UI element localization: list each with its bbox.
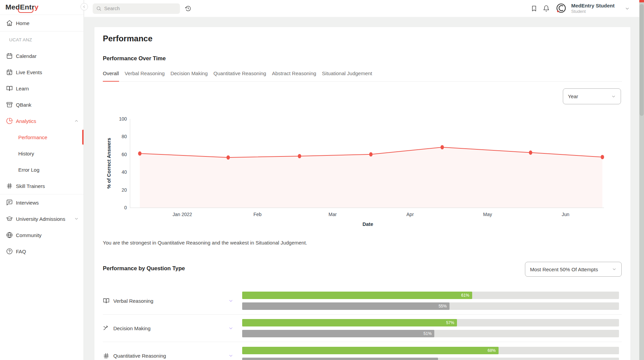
archive-icon: [6, 101, 13, 108]
expand-row-chevron-icon[interactable]: [228, 298, 233, 303]
insight-text: You are the strongest in Quantitative Re…: [103, 240, 307, 246]
topbar: MedEntry Student Student: [84, 0, 639, 17]
sidebar-item-performance[interactable]: Performance: [0, 129, 84, 145]
main-panel: Performance Performance Over Time Overal…: [94, 27, 630, 360]
chat-icon: [6, 199, 13, 206]
sidebar-collapse-button[interactable]: [80, 3, 88, 10]
question-type-label: Quantitative Reasoning: [113, 353, 166, 359]
search-input[interactable]: [104, 6, 172, 11]
vertical-scrollbar[interactable]: [639, 0, 644, 360]
sidebar-item-label: Calendar: [16, 53, 37, 59]
sidebar-item-label: FAQ: [16, 249, 26, 254]
sidebar-item-community[interactable]: Community: [0, 227, 84, 243]
svg-text:0: 0: [124, 205, 127, 210]
sidebar-item-interviews[interactable]: Interviews: [0, 194, 84, 211]
sidebar-item-analytics[interactable]: Analytics: [0, 113, 84, 129]
sidebar-item-home[interactable]: Home: [0, 15, 84, 31]
data-point[interactable]: [529, 150, 532, 155]
expand-row-chevron-icon[interactable]: [228, 353, 233, 358]
svg-text:Jan 2022: Jan 2022: [172, 212, 192, 217]
history-icon[interactable]: [185, 5, 191, 12]
sidebar-item-learn[interactable]: Learn: [0, 80, 84, 97]
user-meta: MedEntry Student Student: [571, 3, 615, 14]
scrollbar-top-marker: [639, 0, 644, 2]
performance-by-question-type-heading: Performance by Question Type: [103, 265, 185, 272]
page-title: Performance: [103, 34, 153, 43]
data-point[interactable]: [601, 155, 604, 159]
data-point[interactable]: [298, 154, 301, 158]
scrollbar-thumb[interactable]: [640, 4, 644, 116]
tab-verbal-reasoning[interactable]: Verbal Reasoning: [125, 70, 165, 81]
sidebar-item-label: University Admissions: [16, 216, 65, 222]
score-bars: 57%51%: [242, 319, 619, 337]
avatar[interactable]: [555, 2, 567, 15]
sidebar-item-calendar[interactable]: Calendar: [0, 48, 84, 64]
svg-text:Date: Date: [363, 221, 373, 227]
sidebar-item-faq[interactable]: FAQ: [0, 243, 84, 259]
sidebar-item-label: Error Log: [18, 167, 40, 173]
sidebar-item-label: Interviews: [16, 200, 39, 206]
tab-situational-judgement[interactable]: Situational Judgement: [322, 70, 372, 81]
gray-score-bar: 55%: [242, 302, 450, 310]
chevron-down-icon: [74, 216, 79, 221]
calendar-plus-icon: [6, 69, 13, 76]
attempts-filter-select[interactable]: Most Recent 50% Of Attempts: [525, 262, 622, 277]
score-bars: 61%55%: [242, 292, 619, 310]
hash-icon: [6, 183, 13, 189]
svg-text:Jun: Jun: [562, 212, 570, 217]
attempts-filter-value: Most Recent 50% Of Attempts: [530, 267, 598, 272]
sidebar-item-skill-trainers[interactable]: Skill Trainers: [0, 178, 84, 194]
tab-decision-making[interactable]: Decision Making: [170, 70, 208, 81]
data-point[interactable]: [369, 152, 373, 157]
expand-row-chevron-icon[interactable]: [228, 326, 233, 331]
tab-overall[interactable]: Overall: [103, 70, 119, 82]
search-icon: [96, 6, 101, 11]
data-point[interactable]: [138, 151, 141, 156]
sidebar: MedEntry HomeUCAT ANZCalendarLive Events…: [0, 0, 84, 360]
sidebar-item-qbank[interactable]: QBank: [0, 97, 84, 113]
search-box[interactable]: [93, 3, 180, 14]
chevron-down-icon[interactable]: [625, 6, 630, 11]
bar-track: 55%: [242, 302, 619, 310]
sidebar-item-live-events[interactable]: Live Events: [0, 64, 84, 80]
sidebar-item-error-log[interactable]: Error Log: [0, 162, 84, 178]
data-point[interactable]: [227, 155, 230, 160]
svg-text:100: 100: [119, 116, 127, 122]
tab-abstract-reasoning[interactable]: Abstract Reasoning: [272, 70, 316, 81]
svg-text:20: 20: [121, 187, 127, 193]
green-score-bar: 57%: [242, 319, 457, 326]
svg-text:Apr: Apr: [407, 212, 414, 217]
sidebar-item-label: Analytics: [16, 118, 36, 124]
chevron-down-icon: [612, 267, 617, 272]
green-score-bar: 61%: [242, 292, 472, 299]
tab-quantitative-reasoning[interactable]: Quantitative Reasoning: [213, 70, 266, 81]
time-range-value: Year: [568, 93, 578, 99]
svg-text:40: 40: [121, 169, 127, 175]
sidebar-item-label: Skill Trainers: [16, 183, 45, 189]
sidebar-item-label: Community: [16, 232, 42, 238]
sidebar-item-label: History: [18, 151, 34, 156]
svg-text:80: 80: [121, 134, 127, 139]
question-type-row-verbal-reasoning: Verbal Reasoning61%55%: [103, 287, 622, 315]
subtest-tabs: OverallVerbal ReasoningDecision MakingQu…: [103, 70, 622, 82]
performance-over-time-heading: Performance Over Time: [103, 55, 166, 62]
book-open-icon: [6, 85, 13, 92]
bookmark-icon[interactable]: [531, 5, 537, 12]
sidebar-item-history[interactable]: History: [0, 145, 84, 162]
user-role: Student: [571, 9, 615, 15]
pie-chart-icon: [6, 118, 13, 124]
hash-icon: [103, 353, 110, 359]
chevron-down-icon: [611, 94, 616, 99]
svg-text:Mar: Mar: [328, 212, 337, 217]
time-range-select[interactable]: Year: [563, 88, 621, 104]
book-open-icon: [103, 297, 110, 304]
bell-icon[interactable]: [543, 5, 550, 12]
data-point[interactable]: [440, 145, 444, 150]
question-type-row-quantitative-reasoning: Quantitative Reasoning68%: [103, 342, 622, 360]
svg-text:60: 60: [121, 152, 127, 157]
gray-score-bar: [242, 358, 438, 360]
svg-text:Feb: Feb: [253, 212, 261, 217]
bar-track: 57%: [242, 319, 619, 326]
bar-track: 51%: [242, 330, 619, 337]
sidebar-item-university-admissions[interactable]: University Admissions: [0, 211, 84, 227]
